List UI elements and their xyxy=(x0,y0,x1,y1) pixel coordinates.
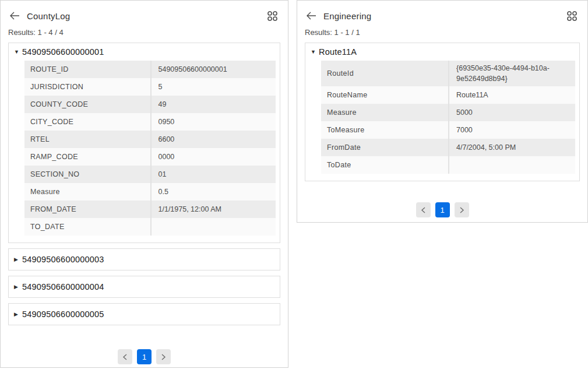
field-value: 7000 xyxy=(448,121,575,139)
field-value: 1/1/1975, 12:00 AM xyxy=(150,201,276,218)
grid-circles-icon xyxy=(566,10,578,22)
table-row: SECTION_NO 01 xyxy=(24,166,276,183)
back-button[interactable] xyxy=(8,10,21,21)
page-number-button[interactable]: 1 xyxy=(137,349,152,364)
expand-triangle-icon: ▶ xyxy=(14,284,22,290)
field-label: FROM_DATE xyxy=(24,201,150,218)
panel-header: CountyLog xyxy=(8,9,280,23)
feature-card-expanded: ▼ Route11A RouteId {69350e35-430e-4494-b… xyxy=(305,43,580,181)
field-label: ToDate xyxy=(321,156,448,174)
panel-title: CountyLog xyxy=(27,11,70,21)
table-row: ToDate xyxy=(321,156,575,174)
field-value: 0.5 xyxy=(150,183,276,201)
field-label: Measure xyxy=(321,104,448,121)
table-row: RouteName Route11A xyxy=(321,86,575,104)
table-row: Measure 0.5 xyxy=(24,183,276,201)
field-value: Route11A xyxy=(448,86,575,104)
field-value: 6600 xyxy=(150,131,276,148)
expand-triangle-icon: ▶ xyxy=(14,312,22,317)
field-value: 5000 xyxy=(448,104,575,121)
field-value: 4/7/2004, 5:00 PM xyxy=(448,139,575,156)
pagination: 1 xyxy=(8,349,280,364)
table-row: Measure 5000 xyxy=(321,104,575,121)
field-value: 01 xyxy=(150,166,276,183)
table-row: TO_DATE xyxy=(24,218,276,236)
table-row: ROUTE_ID 54909506600000001 xyxy=(24,61,276,78)
field-label: CITY_CODE xyxy=(24,113,150,131)
next-page-button[interactable] xyxy=(156,349,171,364)
collapse-triangle-icon: ▼ xyxy=(14,50,22,55)
chevron-right-icon xyxy=(459,207,464,213)
field-label: Measure xyxy=(24,183,150,201)
field-value: 54909506600000001 xyxy=(150,61,276,78)
table-row: FromDate 4/7/2004, 5:00 PM xyxy=(321,139,575,156)
feature-accordion-header[interactable]: ▼ Route11A xyxy=(305,43,579,61)
field-value: 0950 xyxy=(150,113,276,131)
attribute-table: ROUTE_ID 54909506600000001 JURISDICTION … xyxy=(24,61,276,236)
feature-card-expanded: ▼ 54909506600000001 ROUTE_ID 54909506600… xyxy=(8,43,280,243)
feature-title: 54909506600000001 xyxy=(22,47,104,57)
feature-card-collapsed: ▶ 54909506600000004 xyxy=(8,276,280,298)
feature-accordion-header[interactable]: ▼ 54909506600000001 xyxy=(9,43,280,61)
results-count: Results: 1 - 4 / 4 xyxy=(8,28,280,37)
feature-list: ▼ 54909506600000001 ROUTE_ID 54909506600… xyxy=(8,43,280,325)
table-row: COUNTY_CODE 49 xyxy=(24,96,276,113)
prev-page-button[interactable] xyxy=(416,202,431,217)
table-row: RouteId {69350e35-430e-4494-b10a-9e52649… xyxy=(321,61,575,86)
back-arrow-icon xyxy=(306,12,316,20)
field-label: RTEL xyxy=(24,131,150,148)
feature-title: 54909506600000005 xyxy=(22,310,104,319)
layer-grid-button[interactable] xyxy=(565,9,579,23)
feature-accordion-header[interactable]: ▶ 54909506600000004 xyxy=(9,276,280,297)
table-row: RTEL 6600 xyxy=(24,131,276,148)
pagination: 1 xyxy=(305,202,580,217)
field-label: SECTION_NO xyxy=(24,166,150,183)
next-page-button[interactable] xyxy=(455,202,469,217)
table-row: ToMeasure 7000 xyxy=(321,121,575,139)
field-value xyxy=(448,156,575,174)
feature-title: 54909506600000004 xyxy=(22,282,104,291)
chevron-right-icon xyxy=(161,354,166,360)
grid-circles-icon xyxy=(267,10,278,22)
feature-card-collapsed: ▶ 54909506600000003 xyxy=(8,248,280,270)
feature-list: ▼ Route11A RouteId {69350e35-430e-4494-b… xyxy=(305,43,580,181)
field-label: ToMeasure xyxy=(321,121,448,139)
field-label: TO_DATE xyxy=(24,218,150,236)
layer-grid-button[interactable] xyxy=(266,9,279,23)
chevron-left-icon xyxy=(421,207,426,213)
back-button[interactable] xyxy=(305,10,318,21)
field-label: RAMP_CODE xyxy=(24,148,150,166)
page-number-button[interactable]: 1 xyxy=(435,202,450,217)
collapse-triangle-icon: ▼ xyxy=(311,50,319,55)
field-value: 5 xyxy=(150,78,276,96)
results-count: Results: 1 - 1 / 1 xyxy=(305,28,580,37)
table-row: RAMP_CODE 0000 xyxy=(24,148,276,166)
field-label: JURISDICTION xyxy=(24,78,150,96)
feature-card-collapsed: ▶ 54909506600000005 xyxy=(8,303,280,325)
feature-title: Route11A xyxy=(319,47,357,57)
chevron-left-icon xyxy=(122,354,128,360)
field-label: RouteId xyxy=(321,61,448,86)
feature-accordion-header[interactable]: ▶ 54909506600000003 xyxy=(9,249,280,270)
prev-page-button[interactable] xyxy=(118,349,132,364)
field-value: {69350e35-430e-4494-b10a-9e52649d8b94} xyxy=(448,61,575,86)
panel-header: Engineering xyxy=(305,9,580,23)
field-value: 49 xyxy=(150,96,276,113)
feature-title: 54909506600000003 xyxy=(22,255,104,264)
field-label: ROUTE_ID xyxy=(24,61,150,78)
attribute-table: RouteId {69350e35-430e-4494-b10a-9e52649… xyxy=(321,61,575,174)
expand-triangle-icon: ▶ xyxy=(14,257,22,262)
field-label: RouteName xyxy=(321,86,448,104)
feature-panel-countylog: CountyLog Results: 1 - 4 / 4 ▼ 549095066… xyxy=(0,0,288,368)
table-row: FROM_DATE 1/1/1975, 12:00 AM xyxy=(24,201,276,218)
panel-title: Engineering xyxy=(323,11,371,21)
field-value xyxy=(150,218,276,236)
feature-accordion-header[interactable]: ▶ 54909506600000005 xyxy=(9,304,280,325)
table-row: CITY_CODE 0950 xyxy=(24,113,276,131)
field-value: 0000 xyxy=(150,148,276,166)
field-label: COUNTY_CODE xyxy=(24,96,150,113)
feature-panel-engineering: Engineering Results: 1 - 1 / 1 ▼ Route11… xyxy=(297,0,588,223)
field-label: FromDate xyxy=(321,139,448,156)
back-arrow-icon xyxy=(9,12,20,20)
table-row: JURISDICTION 5 xyxy=(24,78,276,96)
